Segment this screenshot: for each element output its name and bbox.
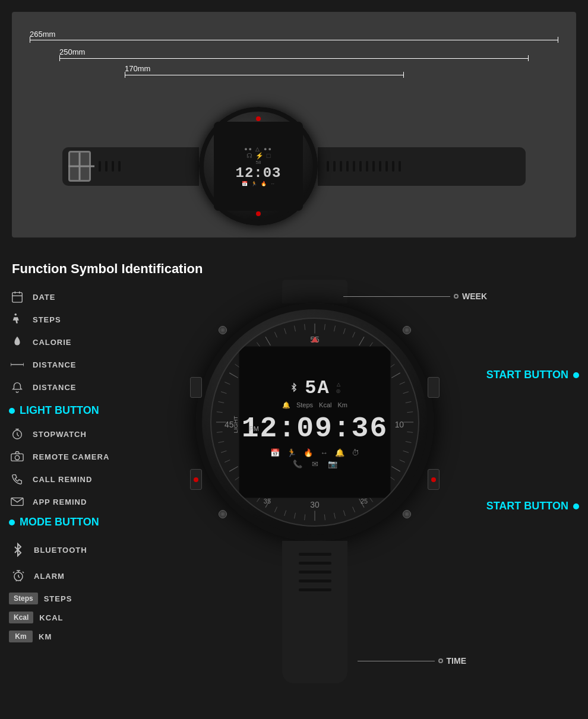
watch-body: 55 30 45 10 50 05 40 20 35 25 — [196, 303, 434, 541]
svg-line-41 — [390, 477, 394, 480]
svg-line-28 — [353, 332, 355, 337]
svg-line-26 — [334, 326, 335, 332]
svg-line-36 — [407, 412, 413, 413]
buckle — [68, 151, 91, 182]
lcd-icon-row2: 📞 ✉ 📷 — [293, 459, 337, 468]
svg-line-59 — [219, 441, 225, 442]
svg-line-39 — [403, 451, 409, 452]
watch-lcd-main: 5A △ ◎ 🔔 Steps K — [239, 347, 391, 498]
bezel: 55 30 45 10 50 05 40 20 35 25 — [210, 318, 419, 527]
svg-line-51 — [284, 511, 286, 516]
band-bottom-holes — [282, 541, 347, 591]
mode-button-label: MODE BUTTON — [20, 516, 99, 528]
band-bottom: TIME — [282, 541, 347, 683]
svg-line-27 — [343, 328, 345, 334]
sym-kcal-badge: Kcal KCAL — [9, 612, 157, 623]
band-holes-right — [327, 161, 401, 172]
calorie-icon — [9, 334, 26, 350]
envelope-icon — [9, 493, 26, 510]
time-display-wrapper: PM 12:09:36 — [246, 412, 384, 444]
right-panel: START BUTTON START BUTTON — [472, 280, 579, 683]
light-button-label: LIGHT BUTTON — [20, 404, 99, 417]
svg-line-52 — [274, 507, 277, 512]
svg-line-44 — [369, 497, 373, 502]
svg-point-4 — [14, 313, 17, 316]
lcd-icon-row1: 📅 🏃 🔥 ↔ 🔔 ⏱ — [270, 448, 359, 457]
svg-line-34 — [403, 392, 409, 394]
time-dot — [438, 658, 443, 663]
svg-line-25 — [324, 324, 325, 330]
week-dot — [454, 294, 459, 299]
function-section-title: Function Symbol Identification — [0, 249, 588, 280]
phone-icon — [9, 471, 26, 487]
light-dot — [9, 408, 15, 414]
svg-line-53 — [257, 497, 260, 502]
svg-line-46 — [343, 511, 345, 516]
button-right-top — [428, 377, 440, 398]
svg-line-60 — [217, 432, 223, 432]
alarm-icon — [9, 566, 28, 585]
svg-text:25: 25 — [361, 498, 368, 505]
svg-line-24 — [265, 337, 270, 346]
km-badge: Km — [9, 631, 33, 642]
func-stopwatch: STOPWATCH — [9, 426, 157, 442]
svg-line-62 — [219, 401, 225, 403]
svg-line-45 — [353, 507, 355, 512]
button-left-bottom — [190, 469, 202, 490]
watch-lcd-top: ●● △ ●● ☊⚡□ 58 12:03 📅🏃🔥↔ — [214, 122, 303, 211]
svg-line-72 — [305, 324, 305, 330]
func-app-remind: APP REMIND — [9, 493, 157, 510]
svg-line-15 — [391, 373, 400, 378]
svg-text:35: 35 — [264, 498, 271, 505]
sym-alarm: ALARM — [9, 566, 157, 585]
time-display: 12:09:36 — [242, 412, 388, 444]
steps-badge: Steps — [9, 593, 38, 604]
svg-line-17 — [391, 467, 400, 471]
func-calorie: CALORIE — [9, 334, 157, 350]
start-button-bottom-label: START BUTTON — [486, 500, 568, 512]
band-right — [318, 147, 526, 186]
start-dot-bottom — [573, 503, 579, 509]
sym-km-badge: Km KM — [9, 631, 157, 642]
band-holes-left — [99, 161, 121, 172]
camera-icon — [9, 448, 26, 465]
left-panel: DATE STEPS CALORIE — [9, 280, 157, 683]
func-distance1: DISTANCE — [9, 356, 157, 373]
svg-line-61 — [217, 412, 223, 413]
svg-line-23 — [229, 373, 238, 378]
band-top — [282, 280, 347, 303]
svg-line-70 — [284, 328, 286, 334]
svg-text:10: 10 — [395, 420, 404, 429]
pm-label: PM — [249, 425, 260, 432]
svg-rect-0 — [12, 293, 23, 303]
svg-line-47 — [334, 513, 335, 519]
svg-line-40 — [400, 460, 405, 463]
start-button-top-annotation: START BUTTON — [472, 369, 579, 381]
date-icon — [9, 289, 26, 305]
func-date: DATE — [9, 289, 157, 305]
sym-bluetooth: BLUETOOTH — [9, 540, 157, 559]
dim-170: 170mm — [125, 64, 150, 73]
svg-line-71 — [294, 326, 295, 332]
svg-line-14 — [359, 337, 364, 346]
start-button-top-label: START BUTTON — [486, 369, 568, 381]
center-watch-area: WEEK — [157, 280, 472, 683]
func-steps: STEPS — [9, 311, 157, 328]
func-distance2: DISTANCE — [9, 379, 157, 395]
watch-diagram-wrapper: WEEK — [178, 280, 451, 683]
week-text: WEEK — [462, 292, 487, 301]
bottom-symbols: BLUETOOTH ALARM Steps STEPS Kcal KCAL — [9, 540, 157, 642]
bluetooth-icon — [9, 540, 28, 559]
dim-265: 265mm — [30, 30, 65, 39]
svg-text:30: 30 — [310, 500, 320, 509]
dim-250: 250mm — [59, 47, 85, 56]
watch-face-top-view: ●● △ ●● ☊⚡□ 58 12:03 📅🏃🔥↔ — [199, 107, 318, 226]
dimension-lines: 265mm 250mm 170mm — [30, 30, 558, 101]
svg-line-49 — [305, 514, 305, 520]
func-call-remind: CALL REMIND — [9, 471, 157, 487]
start-dot-top — [573, 372, 579, 378]
func-remote-camera: REMOTE CAMERA — [9, 448, 157, 465]
stopwatch-icon — [9, 426, 26, 442]
bell-icon — [9, 379, 26, 395]
steps-icon — [9, 311, 26, 328]
